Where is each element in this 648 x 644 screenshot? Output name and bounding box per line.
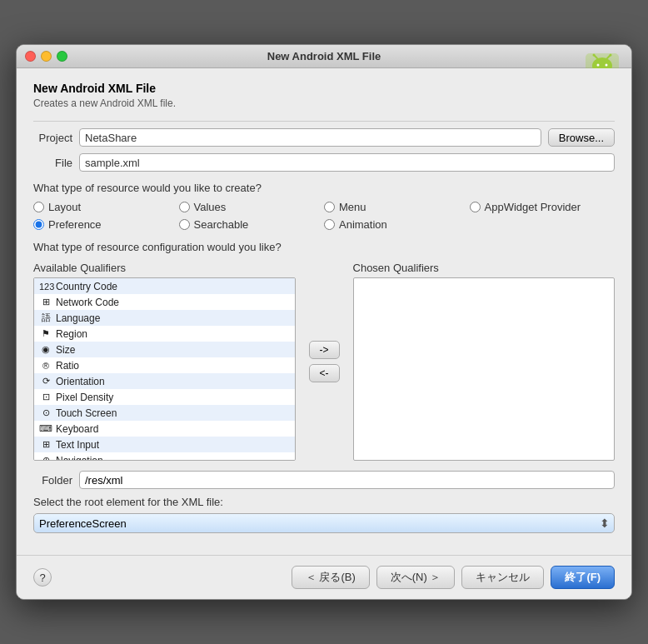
close-button[interactable]: [25, 51, 36, 62]
available-qualifiers-title: Available Qualifiers: [33, 262, 296, 274]
list-item[interactable]: ® Ratio: [34, 357, 295, 373]
traffic-lights: [25, 51, 67, 62]
folder-input[interactable]: [79, 471, 615, 489]
folder-row: Folder: [33, 471, 615, 489]
radio-animation-label: Animation: [339, 218, 387, 231]
file-row: File: [33, 153, 615, 172]
file-input[interactable]: [79, 153, 615, 172]
navigation-buttons: ＜ 戻る(B) 次へ(N) ＞ キャンセル 終了(F): [292, 566, 615, 589]
list-item-label: Network Code: [56, 297, 119, 308]
add-qualifier-button[interactable]: ->: [309, 341, 340, 359]
subtitle: Creates a new Android XML file.: [33, 97, 615, 109]
bottom-bar: ? ＜ 戻る(B) 次へ(N) ＞ キャンセル 終了(F): [17, 555, 631, 599]
list-item[interactable]: ◉ Size: [34, 342, 295, 357]
list-item[interactable]: 語 Language: [34, 310, 295, 326]
list-item-label: Navigation: [56, 455, 103, 462]
next-button[interactable]: 次へ(N) ＞: [376, 566, 456, 589]
orientation-icon: ⟳: [39, 376, 52, 387]
main-title: New Android XML File: [33, 82, 615, 95]
list-item[interactable]: ⊕ Navigation: [34, 452, 295, 461]
ratio-icon: ®: [39, 361, 52, 371]
list-item[interactable]: ⌨ Keyboard: [34, 421, 295, 437]
keyboard-icon: ⌨: [39, 423, 52, 434]
radio-appwidget-label: AppWidget Provider: [485, 201, 581, 213]
svg-point-6: [593, 54, 596, 57]
language-icon: 語: [39, 312, 52, 324]
radio-menu[interactable]: Menu: [324, 201, 470, 213]
size-icon: ◉: [39, 344, 52, 355]
titlebar: New Android XML File: [17, 45, 631, 68]
radio-values-label: Values: [194, 201, 227, 213]
list-item-label: Ratio: [56, 360, 79, 372]
main-window: New Android XML File New A: [16, 44, 632, 600]
radio-preference-label: Preference: [48, 218, 102, 231]
file-label: File: [33, 157, 79, 169]
minimize-button[interactable]: [41, 51, 52, 62]
svg-point-2: [597, 64, 600, 67]
available-qualifiers-panel: Available Qualifiers 123 Country Code ⊞ …: [33, 262, 296, 461]
project-label: Project: [33, 132, 79, 144]
browse-button[interactable]: Browse...: [548, 128, 615, 147]
chosen-qualifiers-title: Chosen Qualifiers: [353, 262, 616, 274]
window-title: New Android XML File: [267, 50, 381, 62]
resource-type-question: What type of resource would you like to …: [33, 182, 615, 194]
list-item[interactable]: ⊙ Touch Screen: [34, 405, 295, 421]
radio-animation[interactable]: Animation: [324, 218, 470, 231]
list-item[interactable]: ⟳ Orientation: [34, 373, 295, 389]
list-item-label: Pixel Density: [56, 392, 113, 403]
list-item-label: Size: [56, 344, 75, 356]
folder-label: Folder: [33, 474, 79, 487]
project-row: Project Browse...: [33, 128, 615, 147]
radio-searchable-label: Searchable: [194, 218, 249, 231]
chosen-qualifiers-panel: Chosen Qualifiers: [353, 262, 616, 461]
list-item-label: Language: [56, 312, 100, 324]
radio-menu-label: Menu: [339, 201, 366, 213]
list-item[interactable]: ⊞ Text Input: [34, 437, 295, 452]
radio-values[interactable]: Values: [179, 201, 325, 213]
cancel-button[interactable]: キャンセル: [461, 566, 544, 589]
root-element-dropdown-container: PreferenceScreen ⬍: [33, 513, 615, 533]
radio-layout[interactable]: Layout: [33, 201, 179, 213]
radio-preference[interactable]: Preference: [33, 218, 179, 231]
list-item-label: Region: [56, 328, 87, 340]
resource-type-options: Layout Values Menu AppWidget Provider Pr…: [33, 201, 615, 231]
navigation-icon: ⊕: [39, 455, 52, 461]
svg-point-3: [606, 64, 608, 67]
project-input[interactable]: [79, 128, 541, 147]
maximize-button[interactable]: [57, 51, 67, 62]
radio-layout-label: Layout: [48, 201, 81, 213]
root-element-section: Select the root element for the XML file…: [33, 496, 615, 533]
list-item[interactable]: 123 Country Code: [34, 278, 295, 294]
help-button[interactable]: ?: [33, 568, 52, 587]
list-item-label: Orientation: [56, 376, 105, 387]
region-icon: ⚑: [39, 328, 52, 339]
radio-appwidget[interactable]: AppWidget Provider: [470, 201, 616, 213]
pixel-density-icon: ⊡: [39, 392, 52, 402]
list-item[interactable]: ⊡ Pixel Density: [34, 389, 295, 405]
finish-button[interactable]: 終了(F): [551, 566, 615, 589]
text-input-icon: ⊞: [39, 439, 52, 450]
header-section: New Android XML File Creates a new Andro…: [33, 82, 615, 109]
country-code-icon: 123: [39, 282, 52, 292]
qualifiers-section: Available Qualifiers 123 Country Code ⊞ …: [33, 262, 615, 461]
remove-qualifier-button[interactable]: <-: [309, 364, 340, 382]
chosen-qualifiers-list[interactable]: [353, 277, 616, 461]
root-element-label: Select the root element for the XML file…: [33, 496, 615, 508]
available-qualifiers-list[interactable]: 123 Country Code ⊞ Network Code 語 Langua…: [33, 277, 296, 461]
svg-point-7: [610, 54, 612, 57]
list-item[interactable]: ⚑ Region: [34, 326, 295, 342]
root-element-dropdown[interactable]: PreferenceScreen: [33, 513, 615, 533]
main-content: New Android XML File Creates a new Andro…: [17, 68, 631, 547]
list-item-label: Text Input: [56, 439, 99, 451]
list-item-label: Country Code: [56, 281, 117, 292]
radio-searchable[interactable]: Searchable: [179, 218, 325, 231]
list-item-label: Touch Screen: [56, 407, 117, 419]
touch-screen-icon: ⊙: [39, 407, 52, 418]
back-button[interactable]: ＜ 戻る(B): [292, 566, 370, 589]
arrow-buttons: -> <-: [304, 262, 345, 461]
qualifiers-question: What type of resource configuration woul…: [33, 241, 615, 253]
network-code-icon: ⊞: [39, 297, 52, 307]
list-item-label: Keyboard: [56, 423, 98, 435]
list-item[interactable]: ⊞ Network Code: [34, 294, 295, 310]
divider: [33, 121, 615, 122]
